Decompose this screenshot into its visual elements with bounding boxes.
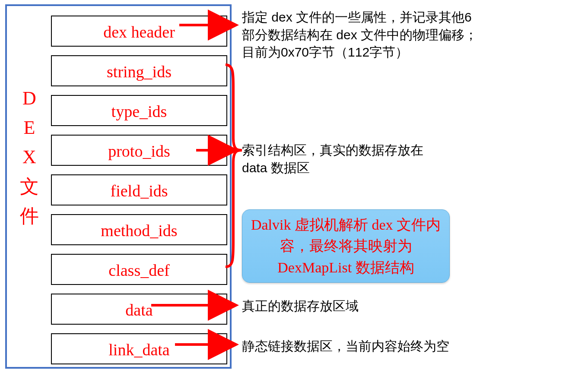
section-type-ids: type_ids	[51, 95, 227, 126]
desc-index-area: 索引结构区，真实的数据存放在 data 数据区	[242, 142, 449, 177]
section-link-data: link_data	[51, 333, 227, 364]
section-stack: dex header string_ids type_ids proto_ids…	[51, 16, 227, 364]
section-dex-header: dex header	[51, 16, 227, 47]
section-class-def: class_def	[51, 254, 227, 285]
section-string-ids: string_ids	[51, 55, 227, 86]
desc-dex-header: 指定 dex 文件的一些属性，并记录其他6部分数据结构在 dex 文件中的物理偏…	[242, 9, 484, 61]
section-gap	[51, 86, 227, 95]
section-proto-ids: proto_ids	[51, 135, 227, 166]
section-gap	[51, 205, 227, 214]
section-method-ids: method_ids	[51, 214, 227, 245]
section-gap	[51, 126, 227, 135]
dex-file-outer-box: D E X 文 件 dex header string_ids type_ids…	[5, 4, 232, 369]
section-gap	[51, 285, 227, 294]
section-data: data	[51, 294, 227, 325]
section-gap	[51, 325, 227, 333]
vert-char: 文	[19, 172, 40, 202]
section-gap	[51, 47, 227, 55]
vert-char: D	[19, 84, 40, 113]
section-gap	[51, 166, 227, 174]
vert-char: E	[19, 113, 40, 142]
vert-char: 件	[19, 202, 40, 231]
vert-char: X	[19, 142, 40, 172]
desc-data-area: 真正的数据存放区域	[242, 297, 441, 315]
dalvik-callout-box: Dalvik 虚拟机解析 dex 文件内容，最终将其映射为 DexMapList…	[242, 209, 450, 283]
dex-file-vertical-label: D E X 文 件	[19, 84, 40, 231]
section-field-ids: field_ids	[51, 174, 227, 205]
dalvik-callout-text: Dalvik 虚拟机解析 dex 文件内容，最终将其映射为 DexMapList…	[249, 214, 442, 278]
desc-link-data: 静态链接数据区，当前内容始终为空	[242, 338, 484, 355]
section-gap	[51, 245, 227, 254]
